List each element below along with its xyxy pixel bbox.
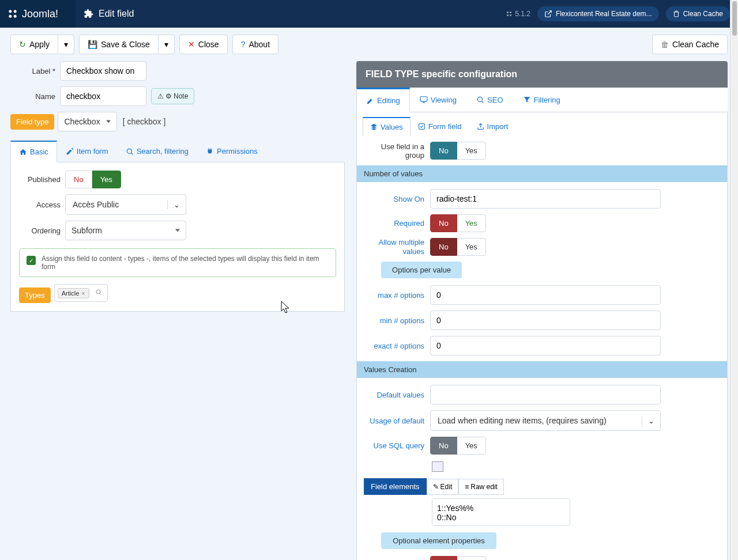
name-input[interactable]: [60, 86, 146, 106]
published-no[interactable]: No: [65, 171, 92, 188]
layers-icon: [370, 123, 378, 131]
subtab-import[interactable]: Import: [469, 117, 516, 136]
types-chipbox[interactable]: Article ×: [54, 284, 108, 302]
right-tabs: Editing Viewing SEO Filtering: [356, 88, 728, 112]
required-yes[interactable]: Yes: [457, 214, 486, 232]
allow-multi-yes[interactable]: Yes: [457, 238, 486, 256]
tab-permissions[interactable]: Permissions: [197, 141, 266, 162]
about-button[interactable]: ?About: [232, 35, 278, 54]
fieldtype-code: [ checkbox ]: [123, 117, 166, 126]
svg-rect-10: [420, 97, 427, 101]
tab-editing[interactable]: Editing: [356, 88, 410, 112]
exact-opts-label: exact # options: [364, 342, 430, 350]
save-close-button[interactable]: 💾Save & Close: [79, 35, 159, 54]
edit-elements-button[interactable]: ✎Edit: [427, 479, 459, 495]
chevron-down-icon: ⌄: [642, 417, 660, 425]
subtab-form-field[interactable]: Form field: [411, 117, 469, 136]
close-button[interactable]: ✕Close: [179, 35, 228, 54]
tab-basic[interactable]: Basic: [10, 141, 57, 162]
sql-yes[interactable]: Yes: [457, 437, 486, 455]
sql-no[interactable]: No: [430, 437, 457, 455]
max-opts-label: max # options: [364, 291, 430, 300]
chevron-down-icon: ⌄: [167, 200, 186, 209]
required-no[interactable]: No: [430, 214, 457, 232]
use-group-no[interactable]: No: [430, 142, 457, 160]
tab-search-filtering[interactable]: Search, filtering: [117, 141, 197, 162]
types-info-box: ✓ Assign this field to content - types -…: [19, 248, 336, 277]
chip-search-icon[interactable]: [93, 287, 104, 298]
exact-opts-input[interactable]: [430, 336, 661, 355]
tab-item-form[interactable]: Item form: [57, 141, 117, 162]
section-options-per-value: Options per value: [381, 262, 462, 278]
use-group-yes[interactable]: Yes: [457, 142, 486, 160]
published-yes[interactable]: Yes: [92, 171, 121, 188]
edit-icon: [366, 97, 374, 105]
top-bar: Joomla! Edit field 5.1.2 Flexicontent Re…: [0, 0, 738, 28]
ordering-select[interactable]: Subform: [65, 221, 186, 240]
svg-rect-12: [419, 124, 424, 130]
state-yes[interactable]: Yes: [457, 556, 486, 560]
svg-point-0: [9, 10, 12, 13]
types-badge: Types: [19, 287, 51, 303]
apply-button[interactable]: ↻Apply: [10, 35, 58, 54]
elements-textarea[interactable]: 1::Yes%% 0::No: [432, 498, 570, 526]
sql-query-label: Use SQL query: [364, 441, 430, 450]
access-label: Access: [19, 200, 65, 209]
upload-icon: [477, 123, 484, 130]
section-number-of-values: Number of values: [357, 165, 727, 182]
show-on-input[interactable]: [430, 189, 661, 209]
tab-filtering[interactable]: Filtering: [513, 88, 570, 112]
required-toggle: No Yes: [430, 214, 486, 232]
joomla-icon: [7, 8, 18, 20]
svg-point-1: [14, 10, 17, 13]
clean-cache-top-button[interactable]: Clean Cache: [666, 6, 730, 21]
tab-seo[interactable]: SEO: [466, 88, 513, 112]
site-link-button[interactable]: Flexicontent Real Estate dem...: [537, 6, 659, 21]
use-group-label: Use field in a group: [364, 142, 430, 160]
label-input[interactable]: [60, 61, 146, 81]
default-values-input[interactable]: [430, 385, 661, 404]
chip-remove-icon[interactable]: ×: [81, 290, 85, 297]
brand[interactable]: Joomla!: [0, 0, 76, 28]
published-toggle: No Yes: [65, 171, 121, 188]
clean-cache-button[interactable]: 🗑Clean Cache: [652, 35, 728, 54]
allow-multi-no[interactable]: No: [430, 238, 457, 256]
svg-point-11: [477, 97, 482, 101]
svg-point-4: [507, 12, 509, 13]
home-icon: [19, 148, 27, 156]
warning-icon: ⚠: [157, 92, 164, 100]
scrollbar[interactable]: [730, 0, 738, 560]
tab-viewing[interactable]: Viewing: [410, 88, 466, 112]
svg-point-7: [510, 14, 511, 16]
joomla-version: 5.1.2: [506, 10, 530, 18]
ordering-label: Ordering: [19, 226, 65, 235]
apply-dropdown-button[interactable]: ▾: [58, 35, 74, 54]
raw-edit-button[interactable]: ≡Raw edit: [458, 479, 504, 495]
use-group-toggle: No Yes: [430, 142, 486, 160]
subtab-values[interactable]: Values: [363, 117, 411, 137]
svg-point-2: [9, 15, 12, 18]
brand-text: Joomla!: [22, 8, 58, 20]
filter-icon: [523, 96, 531, 104]
save-close-dropdown-button[interactable]: ▾: [159, 35, 175, 54]
note-badge[interactable]: ⚠ ⚙ Note: [151, 88, 194, 104]
allow-multi-toggle: No Yes: [430, 238, 486, 256]
min-opts-input[interactable]: [430, 311, 661, 330]
access-select[interactable]: Accès Public ⌄: [65, 194, 186, 215]
config-panel-header: FIELD TYPE specific configuration: [356, 61, 728, 88]
svg-point-8: [127, 149, 131, 153]
max-opts-input[interactable]: [430, 285, 661, 305]
usage-default-select[interactable]: Load when editing new items, (requires s…: [430, 410, 661, 431]
edit-icon: [66, 147, 74, 156]
search-icon: [476, 96, 484, 104]
state-no[interactable]: No: [430, 556, 457, 560]
page-title: Edit field: [76, 9, 142, 19]
monitor-icon: [420, 96, 428, 104]
gear-icon: ⚙: [165, 92, 172, 100]
sql-help-icon[interactable]: [432, 461, 443, 472]
scrollbar-thumb[interactable]: [732, 1, 737, 36]
subtabs: Values Form field Import: [357, 112, 727, 136]
allow-multi-label: Allow multiple values: [364, 238, 430, 256]
puzzle-icon: [84, 9, 94, 19]
fieldtype-select[interactable]: Checkbox: [58, 112, 116, 131]
